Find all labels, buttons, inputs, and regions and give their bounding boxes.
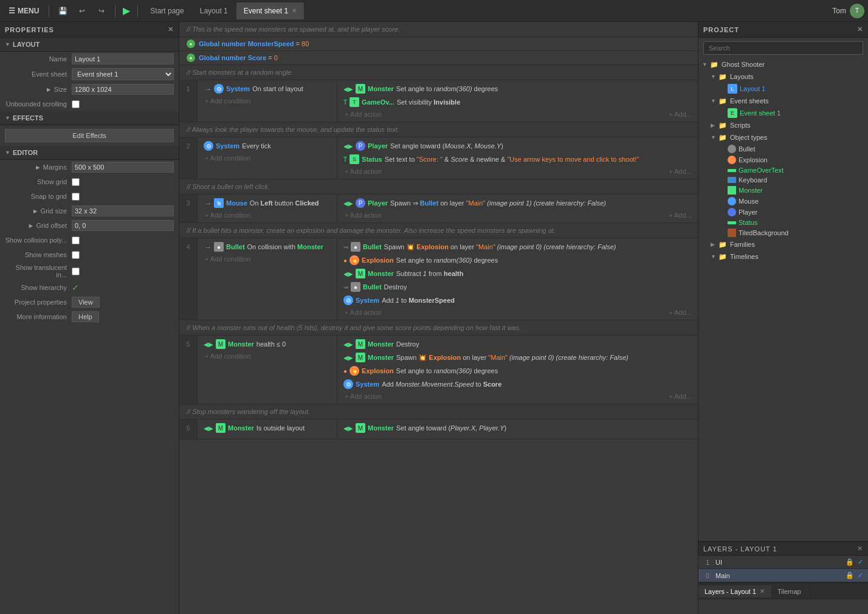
event-sheet-panel: // This is the speed new monsters are sp… bbox=[179, 22, 698, 614]
action-5-4[interactable]: ⚙ System Add Monster.Movement.Speed to S… bbox=[341, 378, 658, 390]
layer-lock-icon-main[interactable]: 🔒 bbox=[846, 571, 854, 579]
add-right-3[interactable]: + Add... bbox=[665, 210, 695, 220]
cond-1-1[interactable]: → ⚙ System On start of layout bbox=[201, 83, 333, 95]
tree-item-ghost-shooter[interactable]: ▼ 📁 Ghost Shooter bbox=[698, 58, 868, 71]
size-input[interactable] bbox=[72, 84, 174, 95]
tab-event-sheet-1[interactable]: Event sheet 1 ✕ bbox=[236, 2, 304, 19]
action-arrow-icon-5: ◀▶ bbox=[343, 200, 353, 207]
add-right-4[interactable]: + Add... bbox=[665, 308, 695, 317]
bottom-tab-layers-close[interactable]: ✕ bbox=[760, 588, 765, 595]
tree-item-object-types[interactable]: ▼ 📁 Object types bbox=[698, 131, 868, 143]
tree-item-tiledbg[interactable]: TiledBackground bbox=[698, 227, 868, 238]
add-condition-2[interactable]: + Add condition bbox=[201, 153, 333, 163]
action-5-3[interactable]: ● 💥 Explosion Set angle to random(360) d… bbox=[341, 365, 658, 377]
add-right-1[interactable]: + Add... bbox=[665, 109, 695, 119]
event-sheet-select[interactable]: Event sheet 1 bbox=[72, 68, 174, 80]
show-meshes-checkbox[interactable] bbox=[72, 251, 80, 259]
action-2-2[interactable]: T S Status Set text to "Score: " & Score… bbox=[341, 153, 658, 165]
more-info-button[interactable]: Help bbox=[72, 311, 99, 322]
layout-section-header[interactable]: ▼ LAYOUT bbox=[0, 38, 179, 52]
avatar[interactable]: T bbox=[850, 4, 864, 18]
tree-item-status[interactable]: Status bbox=[698, 218, 868, 227]
tree-item-timelines[interactable]: ▼ 📁 Timelines bbox=[698, 250, 868, 263]
monster-icon-6: M bbox=[216, 423, 226, 433]
action-5-1[interactable]: ◀▶ M Monster Destroy bbox=[341, 338, 658, 350]
add-action-5[interactable]: + Add action bbox=[341, 392, 658, 401]
add-action-3[interactable]: + Add action bbox=[341, 210, 658, 220]
layer-row-ui[interactable]: 1 UI 🔒 ✓ bbox=[698, 556, 868, 569]
action-1-2[interactable]: T T GameOv... Set visibility Invisible bbox=[341, 96, 658, 108]
tab-close-icon[interactable]: ✕ bbox=[292, 7, 297, 14]
properties-close-button[interactable]: ✕ bbox=[168, 26, 174, 33]
bottom-tab-tilemap[interactable]: Tilemap bbox=[771, 585, 808, 598]
cond-2-1[interactable]: ⚙ System Every tick bbox=[201, 140, 333, 152]
project-props-button[interactable]: View bbox=[72, 297, 100, 308]
margins-input[interactable] bbox=[72, 162, 174, 173]
show-collision-checkbox[interactable] bbox=[72, 236, 80, 244]
action-1-1[interactable]: ◀▶ M Monster Set angle to random(360) de… bbox=[341, 83, 658, 95]
tab-start-page[interactable]: Start page bbox=[143, 2, 191, 19]
grid-size-input[interactable] bbox=[72, 205, 174, 216]
tree-item-player[interactable]: Player bbox=[698, 207, 868, 218]
add-condition-5[interactable]: + Add condition bbox=[201, 351, 333, 361]
tree-item-scripts[interactable]: ▶ 📁 Scripts bbox=[698, 119, 868, 131]
tree-item-mouse[interactable]: Mouse bbox=[698, 196, 868, 207]
add-condition-1[interactable]: + Add condition bbox=[201, 96, 333, 106]
redo-button[interactable]: ↪ bbox=[93, 2, 110, 19]
editor-section-header[interactable]: ▼ EDITOR bbox=[0, 146, 179, 160]
menu-button[interactable]: ☰ MENU bbox=[4, 4, 44, 18]
snap-to-grid-label: Snap to grid bbox=[5, 193, 72, 200]
name-input[interactable] bbox=[72, 53, 174, 64]
cond-6-1[interactable]: ◀▶ M Monster Is outside layout bbox=[201, 422, 333, 434]
tree-item-layouts[interactable]: ▼ 📁 Layouts bbox=[698, 71, 868, 83]
effects-section-header[interactable]: ▼ EFFECTS bbox=[0, 111, 179, 125]
bottom-tab-layers[interactable]: Layers - Layout 1 ✕ bbox=[698, 585, 771, 598]
action-3-1[interactable]: ◀▶ P Player Spawn ⇒ Bullet on layer "Mai… bbox=[341, 197, 658, 209]
add-action-1[interactable]: + Add action bbox=[341, 109, 658, 119]
action-5-2[interactable]: ◀▶ M Monster Spawn 💥 Explosion on layer … bbox=[341, 351, 658, 364]
layer-lock-icon-ui[interactable]: 🔒 bbox=[846, 558, 854, 566]
add-right-5[interactable]: + Add... bbox=[665, 392, 695, 401]
layer-row-main[interactable]: 0 Main 🔒 ✓ bbox=[698, 569, 868, 582]
tree-item-event-sheet-1[interactable]: E Event sheet 1 bbox=[698, 107, 868, 119]
tab-layout-1[interactable]: Layout 1 bbox=[193, 2, 235, 19]
layer-vis-icon-ui[interactable]: ✓ bbox=[858, 558, 863, 566]
add-condition-4[interactable]: + Add condition bbox=[201, 254, 333, 264]
cond-3-1[interactable]: → 🖱 Mouse On Left button Clicked bbox=[201, 197, 333, 209]
show-translucent-checkbox[interactable] bbox=[72, 267, 80, 275]
show-grid-checkbox[interactable] bbox=[72, 178, 80, 186]
tree-item-families[interactable]: ▶ 📁 Families bbox=[698, 238, 868, 250]
edit-effects-button[interactable]: Edit Effects bbox=[5, 129, 174, 142]
action-4-2[interactable]: ● 💥 Explosion Set angle to random(360) d… bbox=[341, 254, 658, 266]
action-4-3[interactable]: ◀▶ M Monster Subtract 1 from health bbox=[341, 267, 658, 280]
tree-item-event-sheets[interactable]: ▼ 📁 Event sheets bbox=[698, 95, 868, 107]
play-button[interactable]: ▶ bbox=[120, 5, 133, 16]
project-search-input[interactable] bbox=[703, 41, 863, 55]
cond-5-1[interactable]: ◀▶ M Monster health ≤ 0 bbox=[201, 338, 333, 350]
project-close-button[interactable]: ✕ bbox=[857, 26, 863, 33]
add-right-2[interactable]: + Add... bbox=[665, 167, 695, 176]
tree-item-gameovertext[interactable]: GameOverText bbox=[698, 165, 868, 175]
cond-4-1[interactable]: → ● Bullet On collision with Monster bbox=[201, 241, 333, 253]
snap-to-grid-checkbox[interactable] bbox=[72, 193, 80, 201]
action-2-1[interactable]: ◀▶ P Player Set angle toward (Mouse.X, M… bbox=[341, 140, 658, 152]
tree-item-layout-1[interactable]: L Layout 1 bbox=[698, 83, 868, 95]
action-4-4[interactable]: ⇒ ● Bullet Destroy bbox=[341, 281, 658, 293]
layers-close-button[interactable]: ✕ bbox=[857, 545, 863, 553]
add-condition-3[interactable]: + Add condition bbox=[201, 210, 333, 220]
add-action-4[interactable]: + Add action bbox=[341, 308, 658, 317]
add-action-2[interactable]: + Add action bbox=[341, 167, 658, 176]
action-4-5[interactable]: ⚙ System Add 1 to MonsterSpeed bbox=[341, 294, 658, 306]
cond-arrow-icon: → bbox=[204, 85, 212, 94]
layer-vis-icon-main[interactable]: ✓ bbox=[858, 571, 863, 579]
action-6-1[interactable]: ◀▶ M Monster Set angle toward (Player.X,… bbox=[341, 422, 694, 434]
tree-item-keyboard[interactable]: Keyboard bbox=[698, 175, 868, 185]
tree-item-bullet[interactable]: Bullet bbox=[698, 143, 868, 154]
unbounded-checkbox[interactable] bbox=[72, 100, 80, 108]
undo-button[interactable]: ↩ bbox=[74, 2, 91, 19]
tree-item-monster[interactable]: Monster bbox=[698, 185, 868, 196]
grid-offset-input[interactable] bbox=[72, 220, 174, 231]
save-button[interactable]: 💾 bbox=[54, 2, 71, 19]
action-4-1[interactable]: ⇒ ● Bullet Spawn 💥 Explosion on layer "M… bbox=[341, 241, 658, 253]
tree-item-explosion[interactable]: Explosion bbox=[698, 154, 868, 165]
